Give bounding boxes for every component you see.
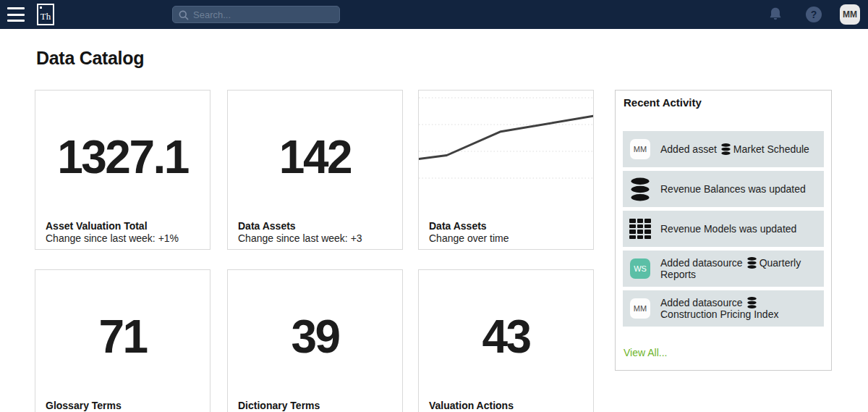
search-icon	[178, 9, 190, 21]
svg-text:?: ?	[811, 9, 817, 20]
activity-text: Added datasourceConstruction Pricing Ind…	[660, 297, 811, 320]
activity-text: Revenue Models was updated	[660, 223, 796, 235]
activity-media: WS	[629, 258, 652, 279]
stat-value: 142	[228, 133, 402, 182]
card-title: Data Assets	[429, 220, 586, 232]
user-avatar[interactable]: MM	[840, 4, 860, 25]
activity-list: MM Added assetMarket Schedule Revenue Ba…	[623, 131, 824, 330]
activity-item[interactable]: Revenue Balances was updated	[623, 171, 824, 207]
activity-media	[629, 177, 652, 201]
data-assets-sparkline-chart	[419, 91, 593, 182]
help-icon[interactable]: ?	[805, 6, 822, 23]
top-navbar: Th ? MM	[0, 0, 868, 29]
search-box	[172, 6, 340, 23]
card-title: Glossary Terms	[46, 400, 203, 411]
card-subtitle: Change since last week: +1%	[46, 232, 203, 245]
card-subtitle: Change since last week: +3	[238, 232, 395, 245]
card-data-assets-chart[interactable]: Data Assets Change over time	[418, 90, 594, 250]
card-title: Valuation Actions	[429, 400, 586, 411]
logo-dot	[40, 7, 42, 9]
database-icon	[629, 177, 651, 201]
card-title: Asset Valuation Total	[46, 220, 203, 232]
card-data-assets-count[interactable]: 142 Data Assets Change since last week: …	[227, 90, 403, 250]
page-title: Data Catalog	[36, 48, 144, 69]
stat-value: 1327.1	[35, 133, 210, 182]
activity-media: MM	[629, 298, 652, 319]
database-icon	[746, 297, 757, 308]
activity-text: Added datasourceQuarterly Reports	[660, 257, 811, 280]
logo-text: Th	[41, 12, 51, 24]
activity-object-name: Market Schedule	[733, 143, 809, 155]
notifications-bell-icon[interactable]	[767, 7, 783, 22]
activity-text-before: Added datasource	[660, 257, 743, 269]
recent-activity-title: Recent Activity	[624, 96, 702, 109]
database-icon	[746, 257, 757, 269]
activity-text-before: Added asset	[660, 143, 717, 155]
activity-media: MM	[629, 139, 652, 159]
card-glossary-terms[interactable]: 71 Glossary Terms	[35, 269, 210, 412]
card-dictionary-terms[interactable]: 39 Dictionary Terms	[227, 269, 403, 412]
activity-item[interactable]: Revenue Models was updated	[623, 211, 824, 247]
stat-value: 39	[228, 312, 402, 361]
hamburger-menu-icon[interactable]	[7, 7, 25, 22]
avatar: MM	[630, 298, 650, 319]
activity-item[interactable]: WS Added datasourceQuarterly Reports	[623, 251, 824, 287]
activity-text: Revenue Balances was updated	[660, 183, 806, 195]
activity-media	[629, 219, 652, 239]
activity-item[interactable]: MM Added datasourceConstruction Pricing …	[623, 290, 824, 327]
activity-object-name: Construction Pricing Index	[660, 308, 778, 320]
avatar: WS	[630, 258, 650, 279]
stat-value: 43	[419, 312, 593, 361]
activity-item[interactable]: MM Added assetMarket Schedule	[623, 131, 824, 167]
database-icon	[720, 143, 731, 155]
card-subtitle: Change over time	[429, 232, 586, 245]
card-title: Dictionary Terms	[238, 400, 395, 411]
activity-text-before: Added datasource	[660, 297, 743, 308]
table-icon	[629, 219, 651, 239]
recent-activity-panel: Recent Activity MM Added assetMarket Sch…	[615, 90, 832, 371]
activity-text: Added assetMarket Schedule	[660, 143, 809, 155]
view-all-link[interactable]: View All...	[624, 347, 667, 358]
card-asset-valuation-total[interactable]: 1327.1 Asset Valuation Total Change sinc…	[35, 90, 210, 250]
stat-value: 71	[35, 312, 210, 361]
search-input[interactable]	[193, 7, 336, 22]
card-title: Data Assets	[238, 220, 395, 232]
card-valuation-actions[interactable]: 43 Valuation Actions	[418, 269, 594, 412]
avatar: MM	[630, 139, 650, 159]
app-logo[interactable]: Th	[37, 4, 54, 25]
